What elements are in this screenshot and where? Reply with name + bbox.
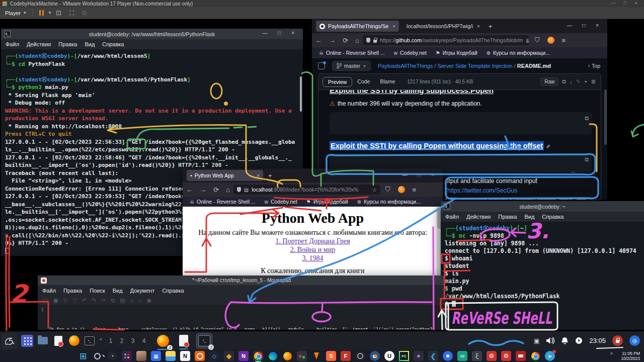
chevron-up-icon[interactable]: ^ (100, 338, 102, 343)
code-block-subclasses[interactable]: ⧉ {{''.__class__.mro()[1].__subclasses__… (330, 112, 592, 134)
onenote-icon[interactable]: N (238, 351, 249, 361)
oo-app-icon[interactable]: ∞ (457, 351, 467, 361)
find-replace-icon[interactable]: ◉ (147, 297, 152, 304)
mousepad-launcher-icon[interactable] (52, 335, 64, 347)
new-tab-button[interactable]: + (268, 172, 272, 179)
terminal-scrollbar[interactable] (300, 76, 302, 112)
vmware-icon[interactable]: ◆ (224, 351, 234, 361)
menu-item[interactable]: Файл (6, 41, 19, 47)
pocket-shield-icon[interactable]: ⛉ (535, 36, 540, 44)
menu-item[interactable]: Файл (42, 288, 56, 294)
firefox-launcher-icon[interactable] (68, 335, 80, 347)
menu-item[interactable]: Справка (542, 214, 564, 220)
telegram-icon[interactable]: ➤ (545, 351, 555, 361)
chrome-icon-2[interactable] (530, 351, 540, 361)
bookmark-courses[interactable]: ⊕Курсы по информаци... (487, 50, 550, 56)
close-doc-icon[interactable]: × (130, 298, 133, 304)
copy-code-icon[interactable]: ⧉ (585, 114, 589, 123)
tab-close-icon[interactable]: × (257, 173, 260, 178)
menu-item[interactable]: Правка (63, 288, 82, 294)
screen-lock-icon[interactable] (612, 335, 623, 346)
find-icon[interactable]: ○ (138, 298, 142, 304)
menu-item[interactable]: Вид (524, 214, 534, 220)
copy-code-icon[interactable]: ⧉ (585, 155, 589, 164)
tab-close-icon[interactable]: × (477, 24, 480, 29)
save-icon[interactable]: ▽ (63, 297, 67, 304)
workspace-switcher[interactable]: 1 2 3 4 (109, 337, 149, 344)
forward-icon[interactable]: → (329, 37, 336, 44)
bookmark-codeby[interactable]: wCodeby.net (394, 50, 427, 56)
bookmark-reverse-shell[interactable]: ☠Online - Reverse Shell ... (190, 199, 256, 205)
copy-icon[interactable]: ⧉ (562, 78, 566, 85)
terminal-flask-titlebar[interactable]: $_ student@codeby: /var/www/html/lesson5… (1, 29, 303, 39)
kali-clock[interactable]: 23:05 (589, 337, 606, 344)
bookmark-games[interactable]: ⚑Игры Кодебай (306, 199, 348, 205)
raw-button[interactable]: Raw (540, 77, 558, 86)
reload-icon[interactable]: ⟳ (213, 186, 219, 194)
suspend-vm-icon[interactable] (39, 10, 44, 16)
chrome-icon[interactable] (253, 351, 263, 361)
pin-app-icon[interactable] (443, 351, 453, 361)
dropdown-caret-icon[interactable]: ▼ (584, 80, 588, 83)
notifications-bell-icon[interactable] (561, 337, 569, 344)
tab-preview[interactable]: Preview (323, 77, 352, 87)
mousepad-editor[interactable]: 1 {% for x in ().__class__.__base__.__su… (38, 306, 445, 329)
home-icon[interactable]: ⌂ (355, 37, 359, 44)
red-gear-icon-1[interactable]: ⚙ (487, 351, 497, 361)
menu-item[interactable]: Вид (85, 41, 95, 47)
breadcrumb-repo[interactable]: PayloadsAllTheThings (378, 63, 433, 69)
menu-item[interactable]: Файл (445, 214, 459, 220)
kali-tray-icon[interactable]: ξ (472, 351, 482, 361)
photos-app-icon[interactable] (136, 351, 146, 361)
virtual-window-icon[interactable]: ▣ (534, 337, 539, 344)
power-manager-icon[interactable] (575, 337, 583, 344)
player-menu[interactable]: Player (5, 10, 21, 16)
menu-item[interactable]: Действия (466, 214, 491, 220)
url-bar[interactable]: https://github.com/swisskyrepo/PayloadsA… (363, 35, 529, 45)
slack-icon[interactable] (122, 351, 132, 361)
fiddler-icon[interactable]: F (341, 351, 351, 361)
bookmark-codeby[interactable]: wCodeby.net (265, 199, 297, 205)
menu-item[interactable]: Документ (130, 288, 155, 294)
pycharm-icon[interactable]: PC (399, 351, 409, 361)
redo-icon[interactable]: ↷ (92, 297, 96, 304)
terminal-nc-titlebar[interactable]: $_ student@codeby: ~ (441, 201, 644, 212)
bookmark-reverse-shell[interactable]: ☠Online - Reverse Shell ... (319, 50, 385, 56)
tab-localhost-phptwig[interactable]: localhost/lesson5/PHPTwig/i × (403, 21, 484, 32)
link-anchor-icon[interactable]: ∞ (544, 142, 552, 150)
copy-icon[interactable]: ⧉ (111, 297, 115, 304)
back-icon[interactable]: ← (315, 37, 322, 44)
menu-item[interactable]: Поиск (90, 288, 105, 294)
volume-icon[interactable] (546, 337, 554, 344)
forward-icon[interactable]: → (200, 186, 206, 194)
url-bar[interactable]: ▤ localhost:8080/index?book={%%20for%20x… (233, 185, 380, 195)
book-link-3[interactable]: 3. 1984 (183, 254, 443, 262)
vscode-icon[interactable]: ❮ (428, 351, 438, 361)
menu-item[interactable]: Вид (113, 288, 123, 294)
red-toolbox-icon[interactable] (516, 351, 526, 361)
notion-icon[interactable]: N (180, 351, 190, 361)
search-icon[interactable] (93, 351, 103, 361)
menu-item[interactable]: Действия (27, 41, 51, 47)
kali-menu-button[interactable] (2, 333, 18, 349)
tab-payloadsallthethings[interactable]: PayloadsAllTheThings/Se × (316, 21, 399, 32)
download-icon[interactable]: ↓ (570, 79, 573, 85)
branch-selector[interactable]: master ▼ (332, 61, 371, 71)
virtualbox-icon[interactable]: ◇ (209, 351, 219, 361)
edge-icon[interactable] (268, 351, 278, 361)
back-icon[interactable]: ← (186, 186, 193, 194)
open-app-mousepad[interactable] (178, 333, 190, 348)
file-explorer-icon[interactable] (166, 351, 176, 361)
blender-icon[interactable] (370, 351, 380, 361)
back-to-top-link[interactable]: ↑ Top (588, 63, 600, 69)
paste-icon[interactable]: ▤ (120, 297, 125, 304)
shield-icon[interactable] (366, 38, 370, 43)
reader-mode-icon[interactable]: ▤ (526, 38, 529, 43)
window-controls[interactable]: — □ × (263, 30, 299, 36)
save-as-icon[interactable]: ▽ (72, 297, 76, 304)
firefox-icon[interactable] (282, 351, 292, 361)
send-ctrl-alt-del-icon[interactable]: ⊡ (56, 9, 61, 17)
outline-icon[interactable]: ≣ (591, 78, 596, 85)
ring-app-icon[interactable] (355, 351, 365, 361)
fullscreen-icon[interactable]: ⛶ (69, 9, 74, 17)
